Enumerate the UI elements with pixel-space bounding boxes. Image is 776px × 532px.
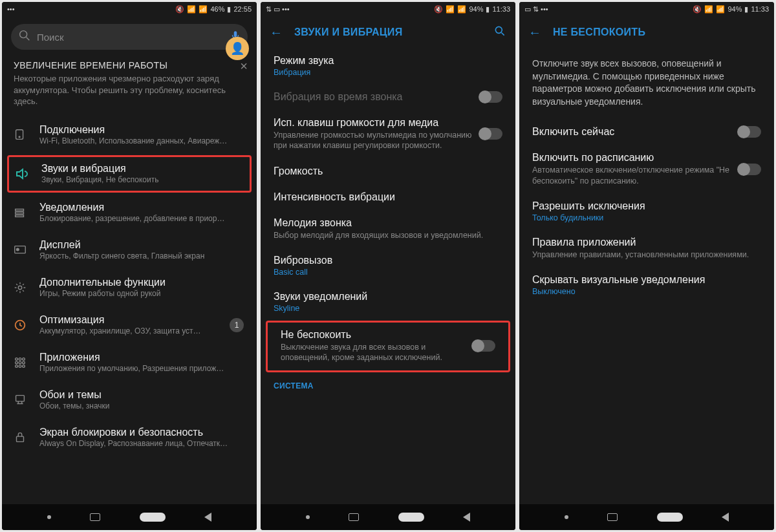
signal-icon: 📶	[716, 5, 725, 14]
nav-back-icon[interactable]	[722, 513, 729, 522]
pref-do-not-disturb[interactable]: Не беспокоить Выключение звука для всех …	[268, 323, 508, 371]
pref-app-rules[interactable]: Правила приложений Управление правилами,…	[519, 230, 774, 268]
settings-item-notifications[interactable]: УведомленияБлокирование, разрешение, доб…	[2, 194, 257, 231]
toggle-volume-keys-media[interactable]	[479, 128, 502, 140]
svg-line-1	[27, 37, 30, 41]
settings-item-wallpaper[interactable]: Обои и темыОбои, темы, значки	[2, 381, 257, 419]
advanced-icon	[11, 279, 29, 297]
apps-icon	[11, 354, 29, 372]
wallpaper-icon	[11, 391, 29, 409]
banner-text: Некоторые приложения чрезмерно расходуют…	[14, 73, 245, 107]
svg-rect-22	[16, 395, 25, 401]
back-arrow-icon[interactable]: ←	[528, 25, 541, 40]
settings-item-apps[interactable]: ПриложенияПриложения по умолчанию, Разре…	[2, 344, 257, 381]
search-bar[interactable]: Поиск	[11, 24, 248, 50]
connections-icon	[11, 126, 29, 144]
nav-back-icon[interactable]	[204, 513, 211, 522]
nav-home-icon[interactable]	[657, 513, 683, 522]
settings-item-connections[interactable]: ПодключенияWi-Fi, Bluetooth, Использован…	[2, 116, 257, 154]
nav-bar	[519, 504, 774, 530]
battery-icon: ▮	[744, 5, 748, 14]
search-placeholder: Поиск	[37, 32, 224, 43]
pref-hide-visual[interactable]: Скрывать визуальные уведомления Выключен…	[519, 268, 774, 304]
optimize-icon	[11, 316, 29, 334]
battery-percent: 94%	[469, 5, 483, 13]
svg-rect-7	[16, 212, 24, 214]
page-header: ← НЕ БЕСПОКОИТЬ	[519, 16, 774, 48]
pref-schedule[interactable]: Включить по расписанию Автоматическое вк…	[519, 145, 774, 194]
pref-allow-exceptions[interactable]: Разрешить исключения Только будильники	[519, 194, 774, 230]
svg-rect-6	[16, 209, 24, 211]
battery-banner[interactable]: УВЕЛИЧЕНИЕ ВРЕМЕНИ РАБОТЫ Некоторые прил…	[2, 55, 257, 116]
pref-volume[interactable]: Громкость	[261, 159, 515, 185]
status-icons-left: ▭ ⇅ •••	[524, 5, 548, 14]
svg-point-5	[19, 136, 20, 137]
nav-assistant-icon[interactable]	[47, 515, 51, 519]
settings-item-lockscreen[interactable]: Экран блокировки и безопасностьAlways On…	[2, 419, 257, 456]
wifi-icon: 📶	[704, 5, 713, 14]
clock: 22:55	[233, 5, 252, 13]
pref-vibrate-ringing: Вибрация во время звонка	[261, 85, 515, 111]
settings-item-optimization[interactable]: ОптимизацияАккумулятор, хранилище, ОЗУ, …	[2, 306, 257, 344]
toggle-schedule[interactable]	[738, 164, 761, 175]
mute-icon: 🔇	[693, 5, 702, 14]
toggle-vibrate-ringing	[479, 91, 502, 103]
notifications-icon	[11, 204, 29, 222]
svg-rect-8	[16, 215, 24, 217]
nav-home-icon[interactable]	[140, 513, 166, 522]
badge-count: 1	[230, 318, 244, 332]
phone-do-not-disturb: ▭ ⇅ ••• 🔇 📶 📶 94% ▮ 11:33 ← НЕ БЕСПОКОИТ…	[519, 2, 774, 530]
nav-recent-icon[interactable]	[90, 513, 100, 521]
pref-volume-keys-media[interactable]: Исп. клавиш громкости для медиа Управлен…	[261, 111, 515, 159]
svg-rect-2	[234, 31, 237, 37]
pref-ringtone[interactable]: Мелодия звонка Выбор мелодий для входящи…	[261, 211, 515, 248]
notification-dots-icon: •••	[7, 5, 15, 13]
svg-point-16	[16, 361, 18, 364]
page-title: НЕ БЕСПОКОИТЬ	[553, 27, 765, 38]
nav-back-icon[interactable]	[463, 513, 470, 522]
settings-item-display[interactable]: ДисплейЯркость, Фильтр синего света, Гла…	[2, 231, 257, 269]
pref-vibration-pattern[interactable]: Вибровызов Basic call	[261, 248, 515, 284]
display-icon	[11, 241, 29, 259]
pref-notification-sounds[interactable]: Звуки уведомлений Skyline	[261, 284, 515, 321]
svg-line-25	[502, 32, 504, 35]
status-icons-left: ⇅ ▭ •••	[266, 5, 290, 14]
svg-point-18	[23, 361, 25, 364]
settings-item-advanced[interactable]: Дополнительные функцииИгры, Режим работы…	[2, 269, 257, 306]
nav-recent-icon[interactable]	[349, 513, 359, 521]
pref-sound-mode[interactable]: Режим звука Вибрация	[261, 48, 515, 85]
settings-item-sounds[interactable]: Звуки и вибрацияЗвуки, Вибрация, Не бесп…	[7, 155, 252, 193]
back-arrow-icon[interactable]: ←	[270, 25, 283, 40]
svg-point-19	[16, 365, 18, 367]
svg-point-24	[495, 27, 502, 33]
search-icon[interactable]	[493, 25, 506, 41]
status-bar: ▭ ⇅ ••• 🔇 📶 📶 94% ▮ 11:33	[519, 2, 774, 16]
clock: 11:33	[492, 5, 510, 13]
toggle-enable-now[interactable]	[738, 126, 761, 138]
battery-percent: 94%	[727, 5, 742, 13]
phone-settings-main: ••• 🔇 📶 📶 46% ▮ 22:55 Поиск	[2, 2, 257, 530]
battery-icon: ▮	[486, 5, 490, 14]
status-bar: ⇅ ▭ ••• 🔇 📶 📶 94% ▮ 11:33	[261, 2, 515, 16]
close-icon[interactable]: ×	[240, 59, 248, 74]
nav-assistant-icon[interactable]	[306, 515, 310, 519]
page-title: ЗВУКИ И ВИБРАЦИЯ	[294, 27, 482, 38]
nav-bar	[2, 504, 257, 530]
nav-home-icon[interactable]	[398, 513, 424, 522]
mute-icon: 🔇	[175, 5, 184, 14]
mute-icon: 🔇	[434, 5, 443, 14]
wifi-icon: 📶	[446, 5, 455, 14]
svg-point-17	[19, 361, 21, 364]
nav-recent-icon[interactable]	[607, 513, 618, 521]
pref-vibration-intensity[interactable]: Интенсивность вибрации	[261, 185, 515, 211]
toggle-do-not-disturb[interactable]	[472, 340, 495, 352]
phone-sounds-vibration: ⇅ ▭ ••• 🔇 📶 📶 94% ▮ 11:33 ← ЗВУКИ И ВИБР…	[261, 2, 515, 530]
battery-percent: 46%	[210, 5, 224, 13]
clock: 11:33	[751, 5, 769, 13]
pref-enable-now[interactable]: Включить сейчас	[519, 120, 774, 145]
svg-point-0	[20, 31, 27, 38]
svg-point-21	[23, 365, 25, 367]
nav-assistant-icon[interactable]	[565, 515, 568, 519]
svg-rect-23	[17, 436, 24, 442]
svg-point-11	[18, 286, 22, 290]
